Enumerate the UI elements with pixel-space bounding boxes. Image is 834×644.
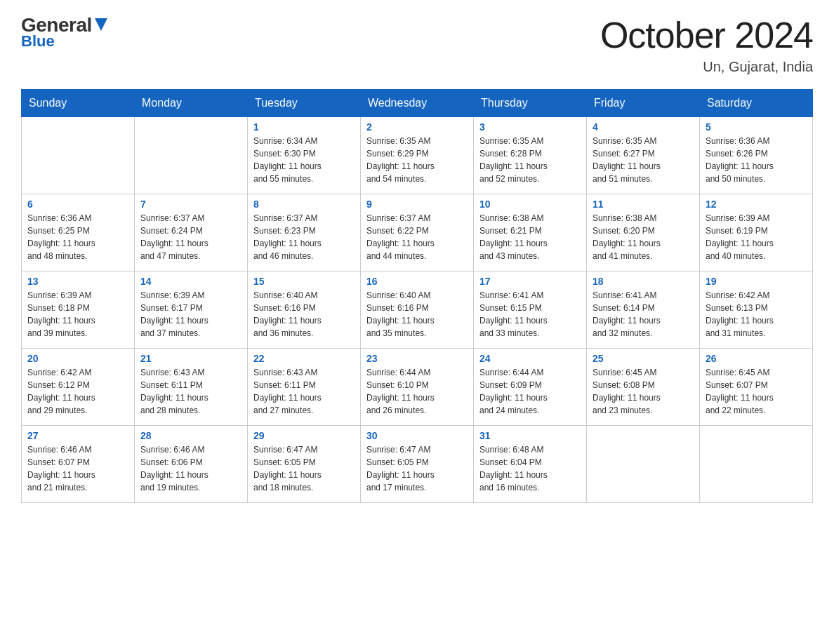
day-info: Sunrise: 6:39 AM Sunset: 6:19 PM Dayligh… [706, 212, 807, 262]
day-info: Sunrise: 6:48 AM Sunset: 6:04 PM Dayligh… [479, 443, 581, 494]
day-number: 20 [27, 353, 128, 364]
logo: General Blue [21, 14, 107, 51]
day-info: Sunrise: 6:45 AM Sunset: 6:07 PM Dayligh… [706, 366, 807, 417]
calendar-cell: 9Sunrise: 6:37 AM Sunset: 6:22 PM Daylig… [361, 194, 474, 271]
day-info: Sunrise: 6:38 AM Sunset: 6:20 PM Dayligh… [593, 212, 694, 262]
calendar-cell: 30Sunrise: 6:47 AM Sunset: 6:05 PM Dayli… [361, 426, 474, 503]
calendar-cell: 23Sunrise: 6:44 AM Sunset: 6:10 PM Dayli… [361, 349, 474, 426]
day-number: 3 [479, 121, 581, 133]
calendar-cell: 4Sunrise: 6:35 AM Sunset: 6:27 PM Daylig… [587, 117, 700, 194]
day-number: 19 [706, 276, 807, 287]
calendar-cell: 16Sunrise: 6:40 AM Sunset: 6:16 PM Dayli… [361, 271, 474, 349]
day-number: 26 [706, 353, 807, 364]
calendar-cell: 2Sunrise: 6:35 AM Sunset: 6:29 PM Daylig… [361, 117, 474, 194]
calendar-cell: 20Sunrise: 6:42 AM Sunset: 6:12 PM Dayli… [22, 349, 135, 426]
calendar-cell: 22Sunrise: 6:43 AM Sunset: 6:11 PM Dayli… [248, 349, 361, 426]
day-info: Sunrise: 6:36 AM Sunset: 6:25 PM Dayligh… [27, 212, 128, 262]
day-number: 29 [253, 430, 355, 441]
day-number: 21 [140, 353, 241, 364]
day-number: 31 [479, 430, 581, 441]
week-row-3: 13Sunrise: 6:39 AM Sunset: 6:18 PM Dayli… [22, 271, 813, 349]
calendar-cell: 3Sunrise: 6:35 AM Sunset: 6:28 PM Daylig… [474, 117, 587, 194]
weekday-header-wednesday: Wednesday [361, 90, 474, 117]
day-number: 5 [706, 121, 807, 133]
calendar-cell: 24Sunrise: 6:44 AM Sunset: 6:09 PM Dayli… [474, 349, 587, 426]
day-number: 1 [253, 121, 355, 133]
calendar-cell: 8Sunrise: 6:37 AM Sunset: 6:23 PM Daylig… [248, 194, 361, 271]
week-row-4: 20Sunrise: 6:42 AM Sunset: 6:12 PM Dayli… [22, 349, 813, 426]
day-info: Sunrise: 6:47 AM Sunset: 6:05 PM Dayligh… [366, 443, 468, 494]
title-area: October 2024 Un, Gujarat, India [600, 14, 813, 75]
day-info: Sunrise: 6:35 AM Sunset: 6:27 PM Dayligh… [593, 135, 694, 185]
weekday-header-saturday: Saturday [700, 90, 813, 117]
day-info: Sunrise: 6:36 AM Sunset: 6:26 PM Dayligh… [706, 135, 807, 185]
calendar-cell: 28Sunrise: 6:46 AM Sunset: 6:06 PM Dayli… [135, 426, 248, 503]
calendar-cell: 5Sunrise: 6:36 AM Sunset: 6:26 PM Daylig… [700, 117, 813, 194]
day-number: 17 [479, 276, 581, 287]
calendar-cell: 10Sunrise: 6:38 AM Sunset: 6:21 PM Dayli… [474, 194, 587, 271]
calendar-table: SundayMondayTuesdayWednesdayThursdayFrid… [21, 89, 813, 503]
weekday-header-friday: Friday [587, 90, 700, 117]
calendar-cell: 6Sunrise: 6:36 AM Sunset: 6:25 PM Daylig… [22, 194, 135, 271]
day-number: 30 [366, 430, 468, 441]
day-number: 4 [593, 121, 694, 133]
calendar-cell: 7Sunrise: 6:37 AM Sunset: 6:24 PM Daylig… [135, 194, 248, 271]
day-number: 18 [593, 276, 694, 287]
day-number: 25 [593, 353, 694, 364]
calendar-cell: 1Sunrise: 6:34 AM Sunset: 6:30 PM Daylig… [248, 117, 361, 194]
day-info: Sunrise: 6:43 AM Sunset: 6:11 PM Dayligh… [253, 366, 355, 417]
day-info: Sunrise: 6:37 AM Sunset: 6:22 PM Dayligh… [366, 212, 468, 262]
day-number: 7 [140, 199, 241, 210]
day-info: Sunrise: 6:43 AM Sunset: 6:11 PM Dayligh… [140, 366, 241, 417]
svg-marker-0 [95, 18, 107, 31]
week-row-2: 6Sunrise: 6:36 AM Sunset: 6:25 PM Daylig… [22, 194, 813, 271]
day-info: Sunrise: 6:40 AM Sunset: 6:16 PM Dayligh… [366, 289, 468, 340]
calendar-cell [135, 117, 248, 194]
day-info: Sunrise: 6:41 AM Sunset: 6:15 PM Dayligh… [479, 289, 581, 340]
month-title: October 2024 [600, 14, 813, 56]
week-row-5: 27Sunrise: 6:46 AM Sunset: 6:07 PM Dayli… [22, 426, 813, 503]
calendar-cell: 17Sunrise: 6:41 AM Sunset: 6:15 PM Dayli… [474, 271, 587, 349]
calendar-cell [700, 426, 813, 503]
day-number: 14 [140, 276, 241, 287]
day-number: 28 [140, 430, 241, 441]
day-info: Sunrise: 6:35 AM Sunset: 6:29 PM Dayligh… [366, 135, 468, 185]
calendar-cell: 27Sunrise: 6:46 AM Sunset: 6:07 PM Dayli… [22, 426, 135, 503]
day-info: Sunrise: 6:44 AM Sunset: 6:10 PM Dayligh… [366, 366, 468, 417]
day-info: Sunrise: 6:37 AM Sunset: 6:23 PM Dayligh… [253, 212, 355, 262]
weekday-header-tuesday: Tuesday [248, 90, 361, 117]
logo-blue-text: Blue [21, 32, 55, 51]
day-info: Sunrise: 6:46 AM Sunset: 6:06 PM Dayligh… [140, 443, 241, 494]
day-info: Sunrise: 6:39 AM Sunset: 6:18 PM Dayligh… [27, 289, 128, 340]
weekday-header-thursday: Thursday [474, 90, 587, 117]
calendar-cell: 31Sunrise: 6:48 AM Sunset: 6:04 PM Dayli… [474, 426, 587, 503]
day-number: 8 [253, 199, 355, 210]
weekday-header-row: SundayMondayTuesdayWednesdayThursdayFrid… [22, 90, 813, 117]
day-number: 16 [366, 276, 468, 287]
day-number: 27 [27, 430, 128, 441]
day-info: Sunrise: 6:42 AM Sunset: 6:13 PM Dayligh… [706, 289, 807, 340]
weekday-header-monday: Monday [135, 90, 248, 117]
day-number: 23 [366, 353, 468, 364]
day-number: 24 [479, 353, 581, 364]
calendar-cell: 19Sunrise: 6:42 AM Sunset: 6:13 PM Dayli… [700, 271, 813, 349]
calendar-cell [22, 117, 135, 194]
day-number: 12 [706, 199, 807, 210]
day-info: Sunrise: 6:45 AM Sunset: 6:08 PM Dayligh… [593, 366, 694, 417]
day-number: 6 [27, 199, 128, 210]
week-row-1: 1Sunrise: 6:34 AM Sunset: 6:30 PM Daylig… [22, 117, 813, 194]
calendar-cell: 29Sunrise: 6:47 AM Sunset: 6:05 PM Dayli… [248, 426, 361, 503]
day-number: 13 [27, 276, 128, 287]
day-info: Sunrise: 6:34 AM Sunset: 6:30 PM Dayligh… [253, 135, 355, 185]
weekday-header-sunday: Sunday [22, 90, 135, 117]
header: General Blue October 2024 Un, Gujarat, I… [21, 14, 813, 75]
calendar-cell: 14Sunrise: 6:39 AM Sunset: 6:17 PM Dayli… [135, 271, 248, 349]
calendar-cell: 18Sunrise: 6:41 AM Sunset: 6:14 PM Dayli… [587, 271, 700, 349]
calendar-cell: 15Sunrise: 6:40 AM Sunset: 6:16 PM Dayli… [248, 271, 361, 349]
day-info: Sunrise: 6:42 AM Sunset: 6:12 PM Dayligh… [27, 366, 128, 417]
calendar-cell: 26Sunrise: 6:45 AM Sunset: 6:07 PM Dayli… [700, 349, 813, 426]
day-info: Sunrise: 6:35 AM Sunset: 6:28 PM Dayligh… [479, 135, 581, 185]
day-number: 22 [253, 353, 355, 364]
day-number: 10 [479, 199, 581, 210]
day-info: Sunrise: 6:47 AM Sunset: 6:05 PM Dayligh… [253, 443, 355, 494]
